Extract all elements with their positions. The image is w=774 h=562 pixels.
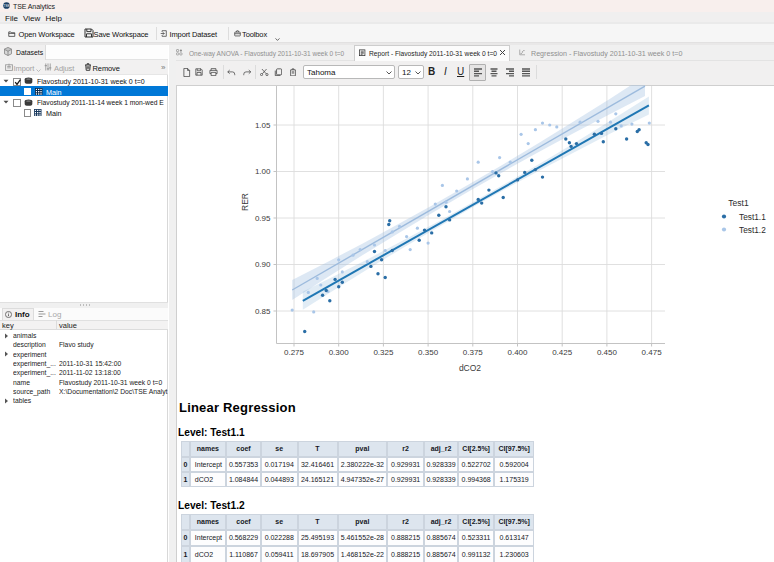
svg-text:TSE: TSE <box>3 4 10 8</box>
svg-text:0.90: 0.90 <box>255 260 271 269</box>
svg-text:1.00: 1.00 <box>255 167 271 176</box>
svg-text:0.275: 0.275 <box>284 348 305 357</box>
svg-text:0.325: 0.325 <box>373 348 394 357</box>
svg-text:0.85: 0.85 <box>255 307 271 316</box>
svg-text:Test1: Test1 <box>728 198 749 208</box>
svg-text:0.300: 0.300 <box>329 348 350 357</box>
svg-text:Test1.2: Test1.2 <box>739 225 766 235</box>
svg-text:Test1.1: Test1.1 <box>739 212 766 222</box>
svg-text:RER: RER <box>240 193 250 211</box>
svg-text:0.475: 0.475 <box>642 348 663 357</box>
svg-text:0.425: 0.425 <box>552 348 573 357</box>
svg-text:1.05: 1.05 <box>255 121 271 130</box>
svg-text:0.95: 0.95 <box>255 214 271 223</box>
svg-text:0.400: 0.400 <box>507 348 528 357</box>
svg-text:0.450: 0.450 <box>597 348 618 357</box>
svg-text:dCO2: dCO2 <box>459 363 481 373</box>
svg-text:0.350: 0.350 <box>418 348 439 357</box>
svg-text:0.375: 0.375 <box>463 348 484 357</box>
